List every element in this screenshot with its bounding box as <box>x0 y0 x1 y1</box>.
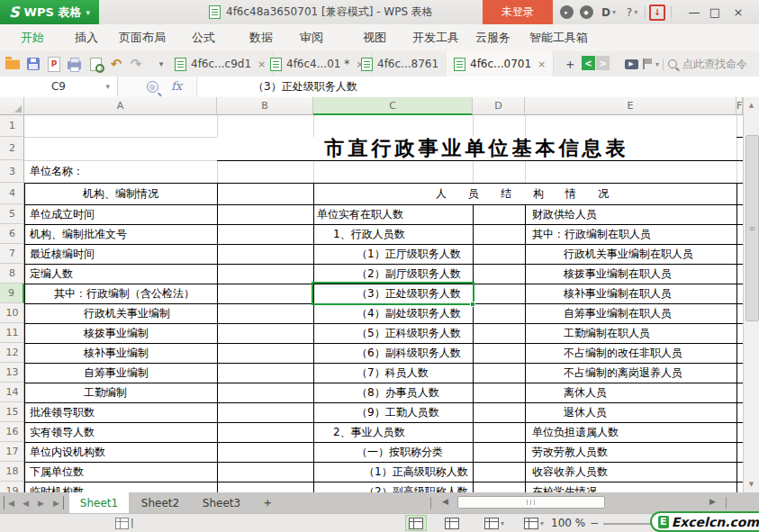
cell-C12[interactable]: （6）副科级职务人数 <box>357 343 516 363</box>
chevron-down-icon[interactable]: ▾ <box>105 77 110 96</box>
add-sheet-icon[interactable]: ＋ <box>258 492 276 513</box>
row-header-8[interactable]: 8 <box>0 264 24 284</box>
formula-input[interactable]: （3）正处级职务人数 <box>196 77 759 96</box>
cell-A10[interactable]: 行政机关事业编制 <box>84 303 276 323</box>
cell-E5[interactable]: 财政供给人员 <box>532 204 743 224</box>
cell-E12[interactable]: 不占编制的改任非职人员 <box>564 343 743 363</box>
cell-A16[interactable]: 实有领导人数 <box>30 422 222 442</box>
menu-insert[interactable]: 插入 <box>75 24 98 51</box>
col-header-D[interactable]: D <box>473 97 525 115</box>
undo-icon[interactable]: ↶ <box>106 54 126 74</box>
cell-C14[interactable]: （8）办事员人数 <box>357 383 516 402</box>
scroll-down-icon[interactable]: ▼ <box>744 476 759 492</box>
cell-C5[interactable]: 单位实有在职人数 <box>317 204 476 224</box>
cell-A3[interactable]: 单位名称： <box>30 160 222 183</box>
page-layout-view-icon[interactable]: ▾ <box>480 515 509 531</box>
cell-A14[interactable]: 工勤编制 <box>84 383 276 402</box>
save-icon[interactable] <box>23 54 43 74</box>
zoom-slider[interactable] <box>603 523 655 525</box>
cell-E9[interactable]: 核补事业编制在职人员 <box>564 284 743 303</box>
row-header-5[interactable]: 5 <box>0 204 24 224</box>
menu-developer[interactable]: 开发工具 <box>412 24 459 51</box>
cell-A5[interactable]: 单位成立时间 <box>30 204 222 224</box>
menu-smart-tools[interactable]: 智能工具箱 <box>529 24 588 51</box>
new-tab-icon[interactable]: ＋ <box>560 54 580 74</box>
row-header-12[interactable]: 12 <box>0 343 24 363</box>
select-all-corner[interactable] <box>0 97 24 115</box>
cell-E19[interactable]: 在校学生情况 <box>532 482 743 492</box>
doc-tab-1[interactable]: 4f6c...c9d1 × <box>167 51 274 77</box>
selected-cell-C9[interactable] <box>312 282 474 305</box>
cell-A18[interactable]: 下属单位数 <box>30 462 222 482</box>
cell-C15[interactable]: （9）工勤人员数 <box>357 402 516 422</box>
row-header-16[interactable]: 16 <box>0 422 24 442</box>
sheet-tab-sheet3[interactable]: Sheet3 <box>192 492 251 513</box>
cell-E13[interactable]: 不占编制的离岗退养人员 <box>564 363 743 383</box>
cell-A7[interactable]: 最近核编时间 <box>30 244 222 264</box>
col-header-A[interactable]: A <box>24 97 217 115</box>
cell-E6[interactable]: 其中：行政编制在职人员 <box>532 224 743 244</box>
minimize-button[interactable]: — <box>686 0 702 24</box>
reading-view-icon[interactable]: ▾ <box>520 515 548 531</box>
col-header-F[interactable]: F <box>736 97 743 115</box>
cell-A19[interactable]: 临时机构数 <box>30 482 222 492</box>
name-box[interactable]: C9 ▾ <box>0 77 118 96</box>
close-button[interactable]: × <box>729 0 747 24</box>
open-file-icon[interactable] <box>3 54 23 74</box>
scroll-up-icon[interactable]: ▲ <box>744 97 759 113</box>
cell-A4[interactable]: 机构、编制情况 <box>24 183 217 204</box>
row-header-2[interactable]: 2 <box>0 137 24 160</box>
first-sheet-icon[interactable]: ◀ <box>4 496 18 509</box>
col-header-C[interactable]: C <box>313 97 473 115</box>
prev-sheet-icon[interactable]: ◀ <box>19 496 32 509</box>
cell-C18[interactable]: （1）正高级职称人数 <box>364 462 523 482</box>
cell-C8[interactable]: （2）副厅级职务人数 <box>357 264 516 284</box>
community-icon[interactable]: ▸ <box>559 0 574 24</box>
tab-splitter-handle[interactable] <box>726 497 727 509</box>
cell-A13[interactable]: 自筹事业编制 <box>84 363 276 383</box>
next-tab-icon[interactable]: > <box>596 56 610 70</box>
doc-tab-3[interactable]: 4f6c...8761 × <box>354 51 461 77</box>
hscroll-right-icon[interactable]: ▶ <box>709 497 716 506</box>
cell-C17[interactable]: （一）按职称分类 <box>357 442 516 462</box>
row-header-6[interactable]: 6 <box>0 224 24 244</box>
sheet-tab-sheet1[interactable]: Sheet1 <box>69 492 129 513</box>
login-button[interactable]: 未登录 <box>483 0 553 24</box>
row-header-14[interactable]: 14 <box>0 383 24 402</box>
row-header-17[interactable]: 17 <box>0 442 24 462</box>
menu-formulas[interactable]: 公式 <box>192 24 215 51</box>
doc-tab-4-active[interactable]: 4f6c...0701 × <box>447 51 554 78</box>
command-search[interactable]: 点此查找命令 <box>668 51 747 77</box>
row-header-3[interactable]: 3 <box>0 160 24 183</box>
feedback-icon[interactable]: ◆ <box>579 0 593 24</box>
col-header-B[interactable]: B <box>217 97 313 115</box>
cell-A12[interactable]: 核补事业编制 <box>84 343 276 363</box>
download-update-icon[interactable]: ↓ <box>648 0 666 24</box>
cell-E18[interactable]: 收容收养人员数 <box>532 462 743 482</box>
help-icon[interactable]: ?▾ <box>622 0 642 24</box>
vertical-scroll-thumb[interactable]: ≡ <box>745 135 759 321</box>
row-header-19[interactable]: 19 <box>0 482 24 492</box>
horizontal-scroll-thumb[interactable] <box>457 496 605 509</box>
cell-A11[interactable]: 核拨事业编制 <box>84 323 276 343</box>
page-break-view-icon[interactable] <box>441 515 463 531</box>
col-header-E[interactable]: E <box>525 97 736 115</box>
normal-view-icon[interactable] <box>405 515 427 531</box>
fill-handle[interactable] <box>470 302 475 307</box>
print-preview-icon[interactable] <box>86 54 105 74</box>
menu-review[interactable]: 审阅 <box>300 24 323 51</box>
cell-C16[interactable]: 2、事业人员数 <box>333 422 492 442</box>
menu-home[interactable]: 开始 <box>21 24 44 51</box>
tab-splitter-handle[interactable] <box>430 497 431 509</box>
cell-E14[interactable]: 离休人员 <box>564 383 743 402</box>
maximize-button[interactable]: □ <box>707 0 723 24</box>
row-header-13[interactable]: 13 <box>0 363 24 383</box>
cell-A17[interactable]: 单位内设机构数 <box>30 442 222 462</box>
skin-icon[interactable]: D▾ <box>598 0 619 24</box>
cell-E17[interactable]: 劳改劳教人员数 <box>532 442 743 462</box>
cell-C4-E4-merged[interactable]: 人 员 结 构 情 况 <box>313 183 736 204</box>
menu-cloud[interactable]: 云服务 <box>475 24 511 51</box>
cell-C6[interactable]: 1、行政人员数 <box>333 224 492 244</box>
row-header-9[interactable]: 9 <box>0 284 24 303</box>
cell-A8[interactable]: 定编人数 <box>30 264 222 284</box>
